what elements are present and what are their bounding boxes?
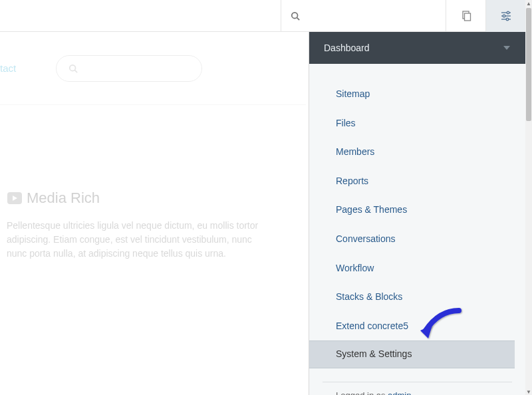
dashboard-menu-item-sitemap[interactable]: Sitemap (309, 80, 525, 109)
current-user-link[interactable]: admin (388, 390, 411, 395)
svg-point-9 (507, 11, 509, 14)
svg-point-13 (506, 18, 509, 21)
site-header: tact (0, 32, 306, 105)
search-icon (291, 11, 300, 21)
page-content: Media Rich Pellentesque ultricies ligula… (7, 190, 299, 261)
dashboard-menu-item-pages-themes[interactable]: Pages & Themes (309, 196, 525, 225)
dashboard-panel-footer: Logged in as admin. Sign Out. (309, 382, 525, 395)
dashboard-menu-item-reports[interactable]: Reports (309, 167, 525, 196)
svg-rect-7 (464, 13, 470, 21)
chevron-down-icon (503, 44, 511, 52)
dashboard-menu-item-system-settings[interactable]: System & Settings (309, 340, 515, 368)
nav-link-contact[interactable]: tact (0, 63, 16, 74)
dashboard-panel-header[interactable]: Dashboard (309, 32, 525, 64)
scroll-up-arrow-icon[interactable]: ▲ (525, 0, 532, 7)
page-settings-button[interactable] (446, 0, 485, 32)
scrollbar-thumb[interactable] (526, 8, 531, 121)
dashboard-menu: SitemapFilesMembersReportsPages & Themes… (309, 64, 525, 368)
copy-icon (461, 11, 471, 21)
dashboard-menu-item-stacks-blocks[interactable]: Stacks & Blocks (309, 283, 525, 312)
toolbar-search[interactable] (281, 0, 446, 32)
dashboard-panel-title: Dashboard (324, 43, 370, 53)
dashboard-menu-item-members[interactable]: Members (309, 138, 525, 167)
sliders-icon (501, 11, 511, 21)
dashboard-menu-item-workflow[interactable]: Workflow (309, 254, 525, 283)
svg-point-11 (503, 15, 505, 17)
dashboard-menu-item-conversations[interactable]: Conversations (309, 225, 525, 254)
content-heading: Media Rich (7, 190, 299, 207)
svg-line-5 (297, 18, 300, 21)
content-body: Pellentesque ultricies ligula vel neque … (7, 219, 259, 261)
svg-marker-14 (503, 46, 510, 50)
logged-in-label: Logged in as (336, 390, 388, 395)
svg-point-4 (292, 13, 298, 19)
dashboard-panel: Dashboard SitemapFilesMembersReportsPage… (309, 32, 525, 395)
dashboard-menu-item-files[interactable]: Files (309, 109, 525, 138)
play-icon (7, 190, 23, 206)
site-search-input[interactable] (56, 55, 202, 82)
search-icon (68, 64, 78, 73)
vertical-scrollbar[interactable]: ▲ ▼ (525, 0, 532, 395)
content-heading-text: Media Rich (27, 190, 100, 207)
top-toolbar (0, 0, 525, 32)
svg-point-0 (70, 65, 76, 70)
scroll-down-arrow-icon[interactable]: ▼ (525, 388, 532, 395)
svg-line-1 (75, 70, 78, 72)
dashboard-toggle-button[interactable] (485, 0, 525, 32)
dashboard-menu-item-extend-concrete5[interactable]: Extend concrete5 (309, 312, 525, 341)
logged-in-suffix: . (412, 390, 414, 395)
